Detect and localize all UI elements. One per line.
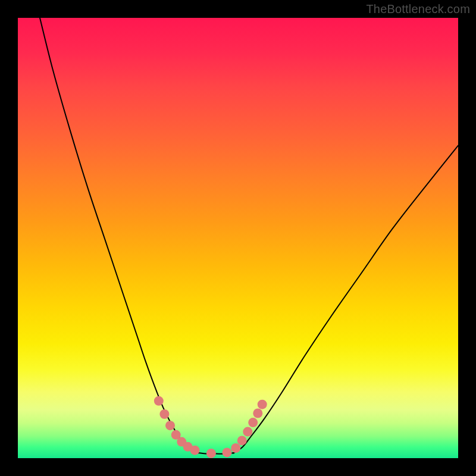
highlight-dot [206,449,216,458]
highlight-dot [231,443,240,453]
highlight-dot [159,409,169,419]
highlight-dot [253,409,262,418]
highlight-dot [258,400,267,409]
highlight-dot [248,418,258,427]
curves-svg [18,18,458,458]
chart-stage: TheBottleneck.com [0,0,476,476]
highlight-dot [223,447,232,457]
highlight-dot-group [154,396,267,458]
highlight-dot [237,436,247,445]
plot-area [18,18,458,458]
highlight-dot [165,421,175,430]
bottleneck-curve [40,18,458,454]
highlight-dot [154,396,164,406]
highlight-dot [190,446,200,455]
highlight-dot [243,427,252,437]
watermark-text: TheBottleneck.com [366,2,470,16]
